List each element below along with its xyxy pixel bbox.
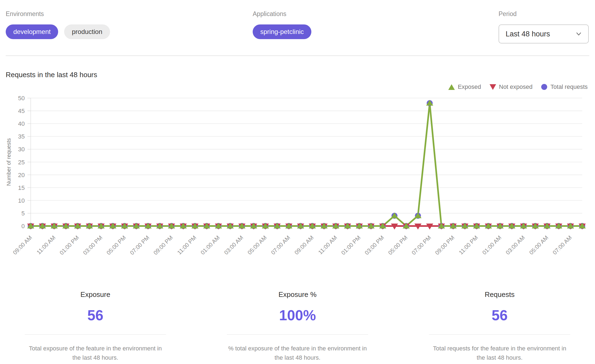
svg-text:07:00 PM: 07:00 PM [411, 234, 432, 256]
environments-filter: Environments developmentproduction [6, 7, 253, 39]
metric-cards: Exposure56Total exposure of the feature … [6, 290, 589, 362]
svg-text:01:00 AM: 01:00 AM [481, 234, 502, 256]
svg-text:11:00 AM: 11:00 AM [35, 234, 57, 256]
dashboard-page: Environments developmentproduction Appli… [0, 0, 595, 364]
x-axis-labels: 09:00 AM11:00 AM01:00 PM03:00 PM05:00 PM… [12, 234, 573, 256]
svg-text:09:00 AM: 09:00 AM [12, 234, 33, 256]
svg-text:01:00 PM: 01:00 PM [340, 234, 362, 256]
legend-label: Exposed [458, 83, 481, 90]
environments-label: Environments [6, 10, 253, 18]
grid-lines [31, 98, 582, 226]
chart-legend: ExposedNot exposedTotal requests [6, 83, 588, 90]
svg-text:03:00 PM: 03:00 PM [82, 234, 104, 256]
legend-label: Total requests [550, 83, 588, 90]
svg-text:07:00 PM: 07:00 PM [129, 234, 151, 256]
circle-icon [541, 84, 548, 90]
chevron-down-icon [575, 30, 583, 38]
series-exposed-markers [27, 100, 586, 228]
svg-text:07:00 AM: 07:00 AM [552, 234, 573, 256]
triangle-up-icon [448, 84, 455, 90]
applications-filter: Applications spring-petclinic [253, 7, 499, 39]
svg-text:0: 0 [21, 223, 25, 230]
svg-text:05:00 AM: 05:00 AM [528, 234, 549, 256]
triangle-down-icon [489, 84, 496, 90]
metric-title: Exposure [25, 290, 166, 299]
metric-divider [429, 334, 570, 335]
svg-text:03:00 AM: 03:00 AM [505, 234, 526, 256]
applications-pills: spring-petclinic [253, 24, 499, 39]
svg-text:5: 5 [21, 210, 25, 217]
metric-value: 56 [25, 307, 166, 324]
svg-text:01:00 PM: 01:00 PM [58, 234, 80, 256]
application-pill-spring-petclinic[interactable]: spring-petclinic [253, 24, 311, 39]
y-axis: 05101520253035404550 [18, 95, 31, 230]
metric-value: 100% [227, 307, 368, 324]
svg-text:05:00 AM: 05:00 AM [246, 234, 268, 256]
environments-pills: developmentproduction [6, 24, 253, 39]
metric-divider [227, 334, 368, 335]
legend-label: Not exposed [499, 83, 533, 90]
environment-pill-production[interactable]: production [64, 24, 110, 39]
metric-title: Exposure % [227, 290, 368, 299]
svg-text:45: 45 [18, 108, 25, 114]
metric-description: % total exposure of the feature in the e… [227, 344, 368, 362]
svg-text:10: 10 [18, 197, 25, 204]
metric-divider [25, 334, 166, 335]
svg-text:11:00 PM: 11:00 PM [458, 234, 479, 256]
svg-text:03:00 AM: 03:00 AM [223, 234, 244, 256]
svg-text:50: 50 [18, 95, 25, 102]
legend-item-circle[interactable]: Total requests [541, 83, 588, 90]
svg-text:09:00 PM: 09:00 PM [152, 234, 174, 256]
period-filter: Period Last 48 hours [499, 7, 589, 43]
metric-title: Requests [429, 290, 570, 299]
requests-chart: 05101520253035404550Number of requests09… [6, 91, 589, 269]
period-label: Period [499, 10, 589, 18]
svg-text:01:00 AM: 01:00 AM [199, 234, 221, 256]
svg-text:07:00 AM: 07:00 AM [270, 234, 291, 256]
chart-title: Requests in the last 48 hours [6, 71, 589, 79]
section-divider [6, 55, 589, 56]
svg-text:11:00 PM: 11:00 PM [176, 234, 198, 256]
svg-text:15: 15 [18, 184, 25, 191]
period-select-value: Last 48 hours [506, 30, 550, 38]
svg-text:09:00 AM: 09:00 AM [293, 234, 315, 256]
metric-card-exposure: Exposure %100%% total exposure of the fe… [227, 290, 368, 362]
series-exposed-line [31, 103, 582, 226]
metric-description: Total exposure of the feature in the env… [25, 344, 166, 362]
svg-text:11:00 AM: 11:00 AM [317, 234, 338, 256]
metric-value: 56 [429, 307, 570, 324]
legend-item-triangle-up[interactable]: Exposed [448, 83, 481, 90]
applications-label: Applications [253, 10, 499, 18]
svg-text:30: 30 [18, 146, 25, 153]
metric-card-requests: Requests56Total requests for the feature… [429, 290, 570, 362]
y-axis-title: Number of requests [6, 138, 12, 186]
filter-bar: Environments developmentproduction Appli… [6, 7, 589, 43]
metric-card-exposure: Exposure56Total exposure of the feature … [25, 290, 166, 362]
svg-text:09:00 PM: 09:00 PM [434, 234, 456, 256]
svg-text:25: 25 [18, 159, 25, 166]
svg-text:05:00 PM: 05:00 PM [387, 234, 409, 256]
legend-item-triangle-down[interactable]: Not exposed [489, 83, 533, 90]
environment-pill-development[interactable]: development [6, 24, 58, 39]
svg-text:05:00 PM: 05:00 PM [105, 234, 127, 256]
svg-text:35: 35 [18, 133, 25, 140]
svg-text:03:00 PM: 03:00 PM [364, 234, 385, 256]
metric-description: Total requests for the feature in the en… [429, 344, 570, 362]
period-select[interactable]: Last 48 hours [499, 24, 589, 43]
series-total-requests-markers [28, 100, 585, 229]
svg-text:20: 20 [18, 172, 25, 178]
svg-text:40: 40 [18, 120, 25, 127]
